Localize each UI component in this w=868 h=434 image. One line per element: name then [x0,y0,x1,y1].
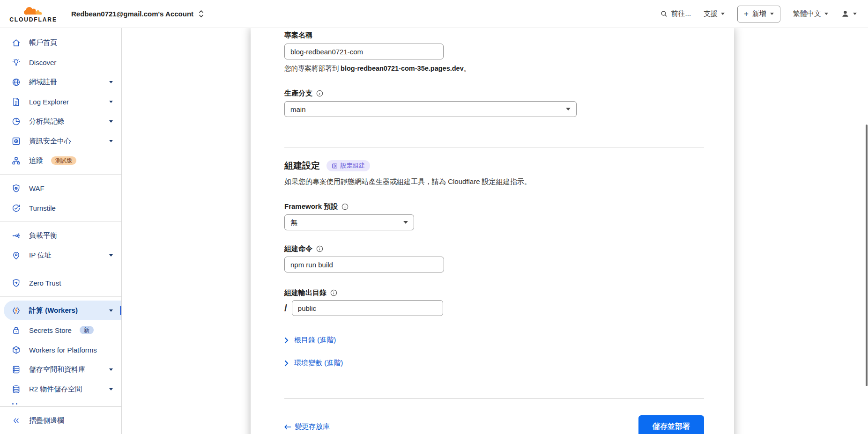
info-icon[interactable] [341,203,349,210]
sidebar-item-analytics-logs[interactable]: 分析與記錄 [0,111,121,131]
lightbulb-icon [11,58,21,67]
sidebar-item-zero-trust[interactable]: Zero Trust [0,273,121,293]
sidebar-item-account-home[interactable]: 帳戶首頁 [0,33,121,52]
chevron-down-icon [824,13,828,15]
chevron-down-icon [109,309,113,312]
info-icon[interactable] [330,289,337,296]
sidebar-item-trace[interactable]: 追蹤 測試版 [0,151,121,170]
sidebar-item-ip-addresses[interactable]: IP 位址 [0,245,121,265]
r2-cylinder-icon [11,384,21,394]
build-settings-title: 組建設定 [284,160,320,172]
search-label: 前往... [671,9,691,18]
lock-icon [11,325,21,335]
footer-divider [284,398,704,399]
cloudflare-logo: CLOUDFLARE [7,5,59,23]
chevron-down-icon [770,13,774,15]
plus-icon: + [744,10,749,18]
path-prefix: / [284,302,287,314]
framework-preset-label: Framework 預設 [284,202,704,211]
globe-icon [11,77,21,87]
sidebar-divider [0,221,121,222]
project-name-label: 專案名稱 [284,31,704,40]
chevron-down-icon [403,221,408,224]
chevron-down-icon [109,101,113,103]
build-settings-description: 如果您的專案使用靜態網站產生器或組建工具，請為 Cloudflare 設定組建指… [284,177,704,186]
arrow-left-icon [285,425,291,429]
sidebar-divider [0,174,121,175]
chevron-down-icon [109,254,113,257]
account-name: Redbean0721@gmail.com's Account [71,10,193,18]
collapse-chevrons-icon [12,416,21,425]
top-header: CLOUDFLARE Redbean0721@gmail.com's Accou… [0,0,868,28]
support-menu[interactable]: 支援 [704,9,725,18]
sidebar-item-security-center[interactable]: 資訊安全中心 [0,131,121,151]
pie-chart-icon [11,117,21,126]
chevron-down-icon [109,120,113,123]
sidebar-divider [0,269,121,269]
sidebar-item-waf[interactable]: WAF [0,178,121,198]
sidebar-item-workers[interactable]: 計算 (Workers) [4,301,121,320]
sidebar-item-discover[interactable]: Discover [0,52,121,72]
beta-badge: 測試版 [51,156,76,165]
collapse-label: 摺疊側邊欄 [29,416,64,425]
sidebar-item-log-explorer[interactable]: Log Explorer [0,92,121,111]
sidebar-item-domain-registration[interactable]: 網域註冊 [0,72,121,92]
cube-icon [11,345,21,355]
production-branch-select[interactable]: main [284,101,577,117]
rotate-check-icon [11,203,21,213]
project-name-input[interactable] [284,44,444,59]
map-pin-icon [11,250,21,260]
search-button[interactable]: 前往... [660,9,691,18]
sidebar-item-turnstile[interactable]: Turnstile [0,198,121,218]
storage-database-icon [11,365,21,375]
scrollbar-thumb[interactable] [866,125,868,386]
workers-icon [11,306,21,316]
framework-preset-select[interactable]: 無 [284,214,414,230]
home-icon [11,38,21,48]
environment-variables-toggle[interactable]: 環境變數 (進階) [284,359,343,368]
sidebar-item-storage-databases[interactable]: 儲存空間和資料庫 [0,360,121,379]
sidebar-item-workers-for-platforms[interactable]: Workers for Platforms [0,340,121,360]
info-icon[interactable] [316,90,323,97]
section-divider [284,147,704,147]
shield-arrow-icon [11,278,21,288]
build-command-input[interactable] [284,257,444,272]
log-document-icon [11,97,21,107]
chevron-down-icon [109,388,113,390]
setup-card: 專案名稱 您的專案將部署到 blog-redbean0721-com-35e.p… [251,28,734,434]
sidebar-item-secrets-store[interactable]: Secrets Store 新 [0,320,121,340]
collapse-sidebar-button[interactable]: 摺疊側邊欄 [0,406,121,434]
chevron-down-icon [853,13,857,15]
project-name-help: 您的專案將部署到 blog-redbean0721-com-35e.pages.… [284,64,704,73]
main-panel: 專案名稱 您的專案將部署到 blog-redbean0721-com-35e.p… [122,28,868,434]
load-balancer-icon [11,231,21,241]
build-output-dir-input[interactable] [292,300,443,316]
search-icon [660,10,668,18]
user-avatar-icon [841,9,850,18]
build-output-dir-label: 組建輸出目錄 [284,288,704,297]
deploy-domain: blog-redbean0721-com-35e.pages.dev [341,65,464,72]
sidebar-item-r2-object-storage[interactable]: R2 物件儲存空間 [0,379,121,399]
account-switcher[interactable]: Redbean0721@gmail.com's Account [71,10,204,18]
vault-icon [11,136,21,146]
sidebar-nav: 帳戶首頁 Discover 網域註冊 Log Explorer [0,28,122,434]
add-button[interactable]: + 新增 [737,6,780,22]
shield-gear-icon [11,184,21,193]
cloudflare-cloud-icon [22,5,45,16]
unfold-icon [198,10,204,18]
chevron-down-icon [566,108,571,110]
chevron-down-icon [109,140,113,142]
info-icon[interactable] [316,245,323,252]
support-label: 支援 [704,9,718,18]
chevron-down-icon [109,81,113,83]
sidebar-item-load-balancing[interactable]: 負載平衡 [0,226,121,245]
language-menu[interactable]: 繁體中文 [793,9,828,18]
save-and-deploy-button[interactable]: 儲存並部署 [638,415,704,434]
chevron-down-icon [109,368,113,371]
clipped-next-item-icon [12,403,121,405]
change-repository-link[interactable]: 變更存放庫 [284,422,330,431]
root-directory-toggle[interactable]: 根目錄 (進階) [284,336,336,345]
configure-build-pill[interactable]: 設定組建 [326,160,370,171]
new-badge: 新 [80,326,94,334]
user-menu[interactable] [841,9,857,18]
